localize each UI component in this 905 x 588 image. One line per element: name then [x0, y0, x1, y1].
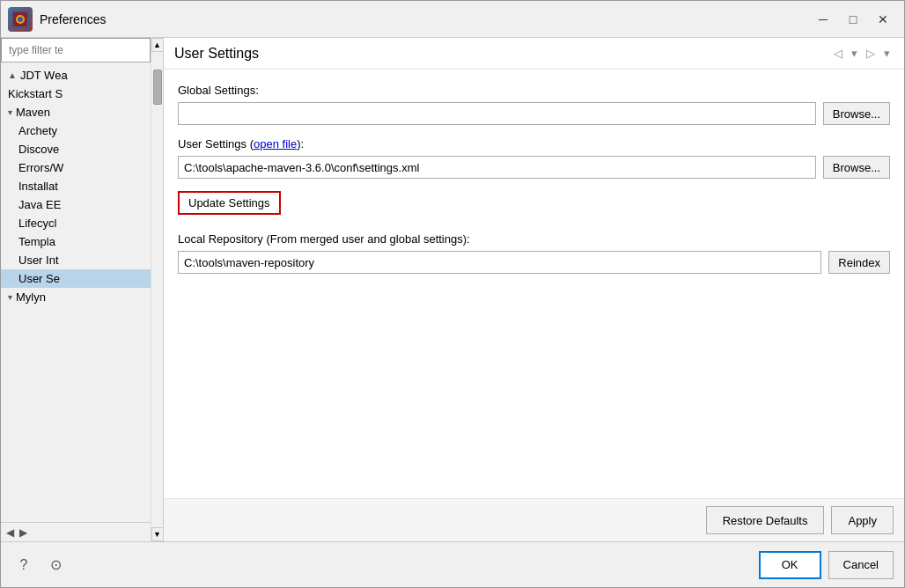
- footer-left: ? ⊙: [11, 553, 68, 577]
- ok-button[interactable]: OK: [759, 551, 821, 579]
- sidebar-item-label-archety: Archety: [18, 124, 57, 137]
- open-file-link[interactable]: open file: [254, 137, 297, 151]
- local-repo-row: Reindex: [178, 251, 890, 274]
- sidebar-item-discove[interactable]: Discove: [1, 140, 151, 158]
- apply-button[interactable]: Apply: [831, 506, 894, 534]
- sidebar-forward-button[interactable]: ▶: [18, 526, 29, 539]
- cancel-button[interactable]: Cancel: [828, 551, 894, 579]
- user-settings-browse-button[interactable]: Browse...: [823, 156, 890, 179]
- main-content: ▲ JDT Wea Kickstart S ▾ Maven Archety Di: [1, 38, 904, 541]
- user-settings-label: User Settings (open file):: [178, 137, 890, 151]
- panel-forward-button[interactable]: ▷: [863, 45, 879, 62]
- close-button[interactable]: ✕: [869, 8, 897, 31]
- sidebar-item-templa[interactable]: Templa: [1, 232, 151, 251]
- global-settings-input[interactable]: [178, 102, 816, 125]
- right-panel: User Settings ◁ ▾ ▷ ▾ Global Settings: B…: [164, 38, 904, 541]
- user-settings-label-text: User Settings (: [178, 137, 254, 151]
- sidebar-item-label-discove: Discove: [18, 143, 59, 156]
- window-controls: ─ □ ✕: [809, 8, 897, 31]
- panel-header: User Settings ◁ ▾ ▷ ▾: [164, 38, 904, 70]
- maximize-button[interactable]: □: [839, 8, 867, 31]
- sidebar-item-label-userint: User Int: [18, 254, 59, 267]
- user-settings-label-suffix: ):: [297, 137, 304, 151]
- user-settings-row: Browse...: [178, 156, 890, 179]
- sidebar-item-label-installat: Installat: [18, 180, 58, 193]
- scroll-down-button[interactable]: ▼: [151, 527, 164, 541]
- sidebar-item-label-mylyn: Mylyn: [16, 290, 46, 304]
- scroll-thumb[interactable]: [153, 70, 162, 105]
- sidebar-item-maven[interactable]: ▾ Maven: [1, 103, 151, 121]
- sidebar-item-user-se[interactable]: User Se: [1, 269, 151, 288]
- sidebar-item-label-errors: Errors/W: [18, 161, 63, 174]
- global-settings-browse-button[interactable]: Browse...: [823, 102, 890, 125]
- panel-title: User Settings: [174, 46, 259, 62]
- sidebar-item-label-kickstart: Kickstart S: [8, 87, 63, 100]
- sidebar-item-errors[interactable]: Errors/W: [1, 158, 151, 177]
- sidebar-item-label-jdt: JDT Wea: [20, 69, 68, 82]
- sidebar-item-jdt-weaver[interactable]: ▲ JDT Wea: [1, 66, 151, 85]
- panel-forward-dropdown-button[interactable]: ▾: [880, 45, 894, 62]
- expand-arrow-jdt: ▲: [8, 70, 17, 80]
- panel-body: Global Settings: Browse... User Settings…: [164, 70, 904, 498]
- update-settings-button[interactable]: Update Settings: [178, 191, 281, 215]
- sidebar-item-lifecycle[interactable]: Lifecycl: [1, 214, 151, 232]
- svg-point-3: [18, 17, 23, 22]
- preferences-dialog: Preferences ─ □ ✕ ▲ JDT Wea Kickstart S: [0, 0, 905, 588]
- sidebar-item-label-maven: Maven: [16, 106, 50, 119]
- title-bar: Preferences ─ □ ✕: [1, 1, 904, 38]
- app-icon: [8, 7, 33, 32]
- sidebar-wrapper: ▲ JDT Wea Kickstart S ▾ Maven Archety Di: [1, 38, 164, 541]
- sidebar-item-label-javaee: Java EE: [18, 198, 61, 211]
- help-button[interactable]: ?: [11, 553, 36, 577]
- panel-nav: ◁ ▾ ▷ ▾: [830, 45, 894, 62]
- filter-input[interactable]: [1, 38, 151, 62]
- sidebar-item-archety[interactable]: Archety: [1, 121, 151, 140]
- settings-icon-button[interactable]: ⊙: [43, 553, 68, 577]
- local-repo-input[interactable]: [178, 251, 821, 274]
- expand-arrow-mylyn: ▾: [8, 292, 12, 302]
- sidebar-item-user-int[interactable]: User Int: [1, 251, 151, 269]
- local-repo-label: Local Repository (From merged user and g…: [178, 232, 890, 246]
- reindex-button[interactable]: Reindex: [828, 251, 890, 274]
- panel-back-button[interactable]: ◁: [830, 45, 846, 62]
- footer-right: OK Cancel: [759, 551, 894, 579]
- sidebar-nav-arrows: ◀ ▶: [4, 526, 29, 539]
- sidebar-item-mylyn[interactable]: ▾ Mylyn: [1, 288, 151, 306]
- scroll-up-button[interactable]: ▲: [151, 38, 164, 52]
- sidebar-back-button[interactable]: ◀: [4, 526, 16, 539]
- restore-defaults-button[interactable]: Restore Defaults: [706, 506, 825, 534]
- user-settings-input[interactable]: [178, 156, 816, 179]
- window-title: Preferences: [40, 12, 809, 26]
- sidebar: ▲ JDT Wea Kickstart S ▾ Maven Archety Di: [1, 38, 151, 541]
- minimize-button[interactable]: ─: [809, 8, 837, 31]
- sidebar-bottom: ◀ ▶: [1, 522, 151, 541]
- expand-arrow-maven: ▾: [8, 107, 12, 117]
- sidebar-item-label-templa: Templa: [18, 235, 55, 248]
- panel-footer: Restore Defaults Apply: [164, 498, 904, 541]
- dialog-footer: ? ⊙ OK Cancel: [1, 541, 904, 587]
- sidebar-item-label-lifecycle: Lifecycl: [18, 217, 56, 230]
- tree-area: ▲ JDT Wea Kickstart S ▾ Maven Archety Di: [1, 62, 151, 522]
- sidebar-item-installat[interactable]: Installat: [1, 177, 151, 195]
- sidebar-item-kickstart[interactable]: Kickstart S: [1, 85, 151, 103]
- panel-back-dropdown-button[interactable]: ▾: [848, 45, 861, 62]
- global-settings-row: Browse...: [178, 102, 890, 125]
- sidebar-scrollbar[interactable]: ▲ ▼: [151, 38, 163, 541]
- global-settings-label: Global Settings:: [178, 84, 890, 97]
- sidebar-item-java-ee[interactable]: Java EE: [1, 195, 151, 214]
- sidebar-item-label-userse: User Se: [18, 272, 60, 285]
